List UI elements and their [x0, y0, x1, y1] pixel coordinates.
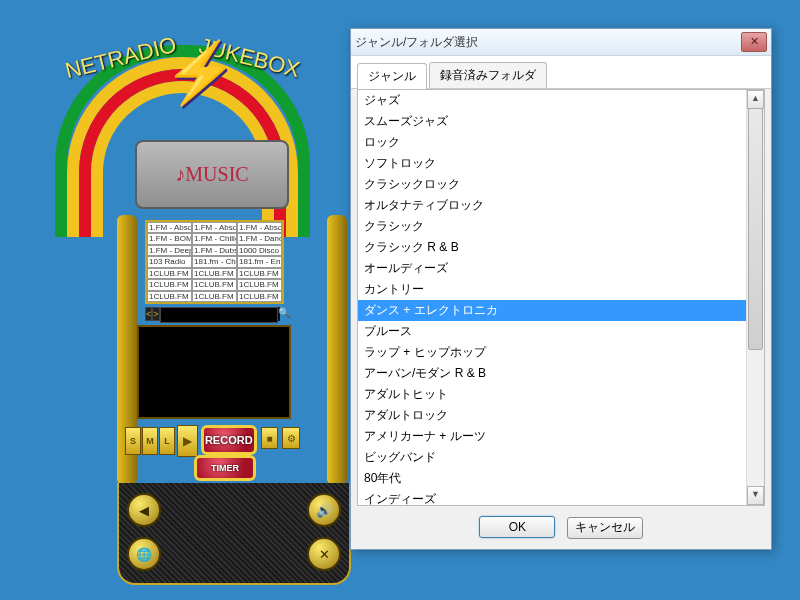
settings-button[interactable]: ⚙	[282, 427, 300, 449]
dialog-buttons: OK キャンセル	[351, 506, 771, 549]
station-cell[interactable]: 1.FM - Deep1	[147, 245, 192, 256]
list-item[interactable]: オールディーズ	[358, 258, 746, 279]
play-button[interactable]: ▶	[177, 425, 198, 457]
station-cell[interactable]: 1CLUB.FM - 8	[147, 268, 192, 279]
station-cell[interactable]: 1CLUB.FM	[237, 279, 282, 290]
search-bar: < > 🔍	[145, 307, 280, 321]
dialog-title: ジャンル/フォルダ選択	[355, 34, 741, 51]
station-cell[interactable]: 1.FM - Abso	[237, 222, 282, 233]
station-cell[interactable]: 1.FM - Absolu	[192, 222, 237, 233]
gear-icon: ⚙	[287, 433, 296, 444]
tab-recorded-folder[interactable]: 録音済みフォルダ	[429, 62, 547, 88]
dialog-tabs: ジャンル 録音済みフォルダ	[351, 56, 771, 89]
list-item[interactable]: クラシック R & B	[358, 237, 746, 258]
back-button[interactable]: ◀	[127, 493, 161, 527]
list-item[interactable]: アダルトヒット	[358, 384, 746, 405]
pillar-right	[327, 215, 347, 485]
station-list[interactable]: 1.FM - Absolu1.FM - Absolu1.FM - Abso1.F…	[145, 220, 284, 304]
list-item[interactable]: ソフトロック	[358, 153, 746, 174]
record-button[interactable]: RECORD	[201, 425, 257, 455]
list-item[interactable]: オルタナティブロック	[358, 195, 746, 216]
jukebox-player: NETRADIO JUKEBOX ⚡ ♪MUSIC 1.FM - Absolu1…	[55, 25, 310, 565]
next-button[interactable]: >	[152, 307, 159, 321]
list-item[interactable]: スムーズジャズ	[358, 111, 746, 132]
list-item[interactable]: クラシック	[358, 216, 746, 237]
now-playing-display	[137, 325, 291, 419]
station-cell[interactable]: 181.fm - Chi	[192, 256, 237, 267]
list-item[interactable]: ジャズ	[358, 90, 746, 111]
cancel-button[interactable]: キャンセル	[567, 517, 643, 539]
list-item[interactable]: カントリー	[358, 279, 746, 300]
list-item[interactable]: インディーズ	[358, 489, 746, 505]
back-icon: ◀	[139, 503, 149, 518]
list-item[interactable]: ダンス + エレクトロニカ	[358, 300, 746, 321]
globe-icon: 🌐	[136, 547, 152, 562]
stop-button[interactable]: ■	[261, 427, 279, 449]
station-cell[interactable]: 181.fm - En	[237, 256, 282, 267]
dialog-close-button[interactable]: ✕	[741, 32, 767, 52]
prev-button[interactable]: <	[145, 307, 152, 321]
list-item[interactable]: ロック	[358, 132, 746, 153]
station-cell[interactable]: 1.FM - Danc	[237, 233, 282, 244]
list-item[interactable]: アダルトロック	[358, 405, 746, 426]
size-s-button[interactable]: S	[125, 427, 141, 455]
station-cell[interactable]: 1.FM - Chillou	[192, 233, 237, 244]
station-cell[interactable]: 1.FM - BOM P	[147, 233, 192, 244]
list-item[interactable]: ラップ + ヒップホップ	[358, 342, 746, 363]
scrollbar[interactable]: ▲ ▼	[746, 90, 764, 505]
list-item[interactable]: ビッグバンド	[358, 447, 746, 468]
search-icon[interactable]: 🔍	[278, 307, 290, 319]
station-cell[interactable]: 1000 Disco	[237, 245, 282, 256]
music-screen: ♪MUSIC	[135, 140, 289, 209]
size-l-button[interactable]: L	[159, 427, 175, 455]
station-cell[interactable]: 1CLUB.FM	[237, 291, 282, 302]
list-item[interactable]: クラシックロック	[358, 174, 746, 195]
volume-icon: 🔊	[316, 503, 332, 518]
lightning-bolt-icon: ⚡	[163, 37, 238, 108]
web-button[interactable]: 🌐	[127, 537, 161, 571]
volume-button[interactable]: 🔊	[307, 493, 341, 527]
tab-genre[interactable]: ジャンル	[357, 63, 427, 89]
station-cell[interactable]: 1.FM - Dubste	[192, 245, 237, 256]
station-cell[interactable]: 1CLUB.FM - E	[147, 279, 192, 290]
ok-button[interactable]: OK	[479, 516, 555, 538]
station-cell[interactable]: 1CLUB.FM -	[192, 291, 237, 302]
scroll-thumb[interactable]	[748, 108, 763, 350]
genre-folder-dialog: ジャンル/フォルダ選択 ✕ ジャンル 録音済みフォルダ ジャズスムーズジャズロッ…	[350, 28, 772, 550]
station-cell[interactable]: 1CLUB.FM - 9	[192, 268, 237, 279]
list-item[interactable]: アーバン/モダン R & B	[358, 363, 746, 384]
station-cell[interactable]: 1.FM - Absolu	[147, 222, 192, 233]
exit-button[interactable]: ✕	[307, 537, 341, 571]
dialog-titlebar[interactable]: ジャンル/フォルダ選択 ✕	[351, 29, 771, 56]
timer-button[interactable]: TIMER	[194, 455, 256, 481]
genre-list-container: ジャズスムーズジャズロックソフトロッククラシックロックオルタナティブロッククラシ…	[357, 89, 765, 506]
scroll-down-button[interactable]: ▼	[747, 486, 764, 505]
size-m-button[interactable]: M	[142, 427, 158, 455]
scroll-up-button[interactable]: ▲	[747, 90, 764, 109]
search-input[interactable]	[160, 307, 278, 323]
genre-list[interactable]: ジャズスムーズジャズロックソフトロッククラシックロックオルタナティブロッククラシ…	[358, 90, 746, 505]
list-item[interactable]: アメリカーナ + ルーツ	[358, 426, 746, 447]
station-cell[interactable]: 1CLUB.FM	[237, 268, 282, 279]
list-item[interactable]: 80年代	[358, 468, 746, 489]
station-cell[interactable]: 103 Radio	[147, 256, 192, 267]
list-item[interactable]: ブルース	[358, 321, 746, 342]
station-cell[interactable]: 1CLUB.FM - E	[192, 279, 237, 290]
station-cell[interactable]: 1CLUB.FM - 1	[147, 291, 192, 302]
close-icon: ✕	[319, 547, 330, 562]
